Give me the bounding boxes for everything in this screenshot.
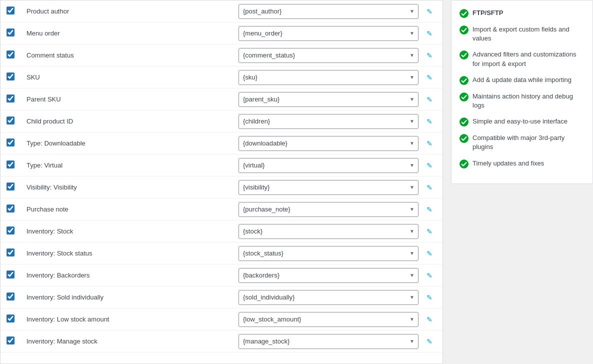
select-menu-order[interactable]: {menu_order} xyxy=(238,26,418,41)
select-purchase-note[interactable]: {purchase_note} xyxy=(238,202,418,217)
check-circle-icon-timely-updates xyxy=(460,160,468,168)
select-inventory-sold-individually[interactable]: {sold_individually} xyxy=(238,290,418,305)
checkbox-cell-inventory-manage-stock xyxy=(6,336,22,346)
checkbox-inventory-manage-stock[interactable] xyxy=(6,336,14,344)
select-cell-inventory-stock-status: {stock_status} ▼ xyxy=(238,246,418,261)
sidebar: FTP/SFTP Import & export custom fields a… xyxy=(443,0,593,364)
checkbox-inventory-stock[interactable] xyxy=(6,226,14,234)
feature-item-action-history: Maintains action history and debug logs xyxy=(460,92,584,110)
sidebar-box: FTP/SFTP Import & export custom fields a… xyxy=(451,0,593,184)
field-row-type-downloadable: Type: Downloadable {downloadable} ▼ ✎ xyxy=(0,132,442,154)
edit-cell-comment-status: ✎ xyxy=(422,52,436,60)
feature-item-timely-updates: Timely updates and fixes xyxy=(460,159,584,168)
edit-icon-inventory-low-stock-amount[interactable]: ✎ xyxy=(426,316,432,324)
edit-cell-sku: ✎ xyxy=(422,74,436,82)
select-inventory-backorders[interactable]: {backorders} xyxy=(238,268,418,283)
check-circle-icon-import-export-custom xyxy=(460,26,468,34)
edit-cell-inventory-low-stock-amount: ✎ xyxy=(422,316,436,324)
field-row-menu-order: Menu order {menu_order} ▼ ✎ xyxy=(0,22,442,44)
feature-item-advanced-filters: Advanced filters and customizations for … xyxy=(460,50,584,68)
edit-icon-visibility-visibility[interactable]: ✎ xyxy=(426,184,432,192)
select-inventory-low-stock-amount[interactable]: {low_stock_amount} xyxy=(238,312,418,327)
feature-text-timely-updates: Timely updates and fixes xyxy=(472,159,544,168)
checkbox-cell-purchase-note xyxy=(6,204,22,214)
checkbox-cell-child-product-id xyxy=(6,116,22,126)
checkbox-product-author[interactable] xyxy=(6,6,14,14)
select-inventory-manage-stock[interactable]: {manage_stock} xyxy=(238,334,418,349)
feature-text-simple-interface: Simple and easy-to-use interface xyxy=(472,117,568,126)
edit-cell-menu-order: ✎ xyxy=(422,30,436,38)
feature-text-import-export-custom: Import & export custom fields and values xyxy=(472,25,584,43)
checkbox-cell-inventory-stock-status xyxy=(6,248,22,258)
edit-icon-inventory-sold-individually[interactable]: ✎ xyxy=(426,294,432,302)
checkbox-inventory-stock-status[interactable] xyxy=(6,248,14,256)
field-row-inventory-low-stock-amount: Inventory: Low stock amount {low_stock_a… xyxy=(0,308,442,330)
edit-icon-type-virtual[interactable]: ✎ xyxy=(426,162,432,170)
field-row-product-author: Product author {post_author} ▼ ✎ xyxy=(0,0,442,22)
edit-icon-purchase-note[interactable]: ✎ xyxy=(426,206,432,214)
check-circle-icon-simple-interface xyxy=(460,118,468,126)
checkbox-menu-order[interactable] xyxy=(6,28,14,36)
edit-icon-comment-status[interactable]: ✎ xyxy=(426,52,432,60)
checkbox-cell-inventory-low-stock-amount xyxy=(6,314,22,324)
edit-icon-child-product-id[interactable]: ✎ xyxy=(426,118,432,126)
edit-icon-inventory-backorders[interactable]: ✎ xyxy=(426,272,432,280)
checkbox-inventory-backorders[interactable] xyxy=(6,270,14,278)
field-row-inventory-stock: Inventory: Stock {stock} ▼ ✎ xyxy=(0,220,442,242)
select-type-downloadable[interactable]: {downloadable} xyxy=(238,136,418,151)
svg-point-2 xyxy=(460,50,468,60)
checkbox-type-virtual[interactable] xyxy=(6,160,14,168)
svg-point-5 xyxy=(460,118,468,126)
select-cell-type-downloadable: {downloadable} ▼ xyxy=(238,136,418,151)
field-row-purchase-note: Purchase note {purchase_note} ▼ ✎ xyxy=(0,198,442,220)
field-row-inventory-sold-individually: Inventory: Sold individually {sold_indiv… xyxy=(0,286,442,308)
checkbox-comment-status[interactable] xyxy=(6,50,14,58)
checkbox-cell-sku xyxy=(6,72,22,82)
edit-icon-parent-sku[interactable]: ✎ xyxy=(426,96,432,104)
select-product-author[interactable]: {post_author} xyxy=(238,4,418,19)
edit-cell-purchase-note: ✎ xyxy=(422,206,436,214)
select-cell-product-author: {post_author} ▼ xyxy=(238,4,418,19)
feature-item-compatible-3rd-party: Compatible with major 3rd-party plugins xyxy=(460,134,584,152)
checkbox-cell-inventory-backorders xyxy=(6,270,22,280)
checkbox-parent-sku[interactable] xyxy=(6,94,14,102)
edit-cell-inventory-backorders: ✎ xyxy=(422,272,436,280)
select-inventory-stock[interactable]: {stock} xyxy=(238,224,418,239)
checkbox-type-downloadable[interactable] xyxy=(6,138,14,146)
checkbox-sku[interactable] xyxy=(6,72,14,80)
select-cell-comment-status: {comment_status} ▼ xyxy=(238,48,418,63)
checkbox-visibility-visibility[interactable] xyxy=(6,182,14,190)
checkbox-cell-inventory-sold-individually xyxy=(6,292,22,302)
svg-point-6 xyxy=(460,134,468,143)
select-cell-inventory-stock: {stock} ▼ xyxy=(238,224,418,239)
select-inventory-stock-status[interactable]: {stock_status} xyxy=(238,246,418,261)
select-comment-status[interactable]: {comment_status} xyxy=(238,48,418,63)
feature-item-add-update-data: Add & update data while importing xyxy=(460,76,584,85)
label-inventory-low-stock-amount: Inventory: Low stock amount xyxy=(22,316,238,323)
checkbox-inventory-sold-individually[interactable] xyxy=(6,292,14,300)
field-row-comment-status: Comment status {comment_status} ▼ ✎ xyxy=(0,44,442,66)
select-visibility-visibility[interactable]: {visibility} xyxy=(238,180,418,195)
feature-item-simple-interface: Simple and easy-to-use interface xyxy=(460,117,584,126)
edit-icon-type-downloadable[interactable]: ✎ xyxy=(426,140,432,148)
select-parent-sku[interactable]: {parent_sku} xyxy=(238,92,418,107)
edit-icon-inventory-manage-stock[interactable]: ✎ xyxy=(426,338,432,346)
checkbox-child-product-id[interactable] xyxy=(6,116,14,124)
checkbox-cell-inventory-stock xyxy=(6,226,22,236)
select-type-virtual[interactable]: {virtual} xyxy=(238,158,418,173)
edit-icon-sku[interactable]: ✎ xyxy=(426,74,432,82)
label-type-downloadable: Type: Downloadable xyxy=(22,140,238,147)
svg-point-1 xyxy=(460,26,468,34)
label-purchase-note: Purchase note xyxy=(22,206,238,213)
edit-icon-menu-order[interactable]: ✎ xyxy=(426,30,432,38)
edit-icon-inventory-stock[interactable]: ✎ xyxy=(426,228,432,236)
edit-icon-product-author[interactable]: ✎ xyxy=(426,8,432,16)
select-sku[interactable]: {sku} xyxy=(238,70,418,85)
checkbox-purchase-note[interactable] xyxy=(6,204,14,212)
select-child-product-id[interactable]: {children} xyxy=(238,114,418,129)
check-circle-icon-compatible-3rd-party xyxy=(460,134,468,143)
checkbox-inventory-low-stock-amount[interactable] xyxy=(6,314,14,322)
edit-icon-inventory-stock-status[interactable]: ✎ xyxy=(426,250,432,258)
checkbox-cell-product-author xyxy=(6,6,22,16)
select-cell-inventory-backorders: {backorders} ▼ xyxy=(238,268,418,283)
